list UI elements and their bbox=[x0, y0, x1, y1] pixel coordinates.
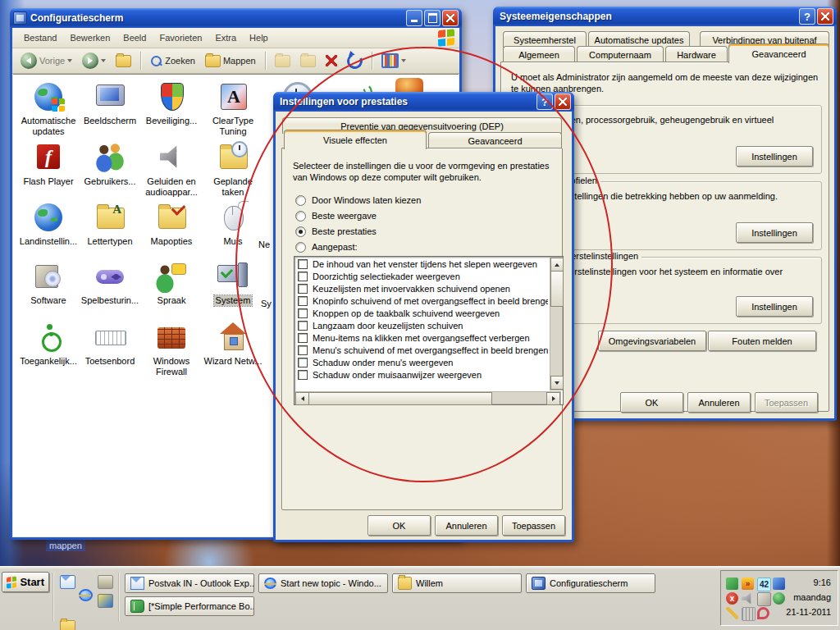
menu-favorieten[interactable]: Favorieten bbox=[153, 30, 208, 45]
cleartype-icon[interactable]: A bbox=[217, 80, 249, 113]
cp-item-windows-firewall[interactable]: Windows Firewall bbox=[141, 321, 202, 377]
scroll-up-button[interactable] bbox=[550, 258, 564, 272]
quicklaunch-media-icon[interactable] bbox=[98, 594, 113, 608]
tray-clock-time[interactable]: 9:16 bbox=[774, 578, 831, 587]
radio-door-windows[interactable] bbox=[295, 195, 306, 206]
tab-hardware[interactable]: Hardware bbox=[665, 46, 728, 63]
software-icon[interactable] bbox=[32, 260, 65, 293]
cp-item-beeldscherm[interactable]: Beeldscherm bbox=[80, 80, 140, 126]
checkbox[interactable] bbox=[298, 333, 308, 343]
folders-button[interactable]: Mappen bbox=[202, 53, 259, 69]
tray-book-icon[interactable] bbox=[726, 578, 738, 590]
tab-automatische-updates[interactable]: Automatische updates bbox=[588, 31, 690, 48]
tray-clock-day[interactable]: maandag bbox=[774, 592, 831, 602]
fouten-melden-button[interactable]: Fouten melden bbox=[708, 331, 816, 351]
forward-button[interactable] bbox=[79, 51, 109, 71]
cp-item-geplande-taken[interactable]: Geplande taken bbox=[203, 141, 263, 198]
close-button[interactable] bbox=[817, 8, 833, 25]
tray-lasso-icon[interactable] bbox=[757, 607, 769, 619]
menu-extra[interactable]: Extra bbox=[208, 30, 243, 45]
toepassen-button[interactable]: Toepassen bbox=[755, 392, 818, 413]
tray-temperature-badge[interactable]: 42 bbox=[757, 578, 771, 591]
tab-systeemherstel[interactable]: Systeemherstel bbox=[503, 31, 587, 48]
cp-item-lettertypen[interactable]: A Lettertypen bbox=[80, 201, 140, 247]
close-button[interactable] bbox=[555, 94, 571, 110]
automatische-updates-icon[interactable] bbox=[32, 80, 65, 113]
annuleren-button[interactable]: Annuleren bbox=[435, 515, 498, 536]
quicklaunch-show-desktop-icon[interactable] bbox=[98, 575, 113, 589]
tray-clock-date[interactable]: 21-11-2011 bbox=[774, 607, 831, 617]
tray-utility-icon[interactable] bbox=[757, 592, 771, 606]
muis-icon[interactable] bbox=[217, 201, 249, 234]
minimize-button[interactable] bbox=[406, 10, 422, 26]
up-button[interactable] bbox=[112, 53, 135, 69]
scroll-down-button[interactable] bbox=[550, 376, 564, 390]
taskbutton-start-new-topic[interactable]: Start new topic - Windo... bbox=[258, 573, 388, 593]
delete-button[interactable] bbox=[322, 53, 340, 68]
menu-help[interactable]: Help bbox=[243, 30, 275, 45]
cp-item-landinstellingen[interactable]: Landinstellin... bbox=[18, 201, 79, 247]
flash-player-icon[interactable]: f bbox=[32, 141, 65, 174]
cp-item-spraak[interactable]: Spraak bbox=[141, 260, 202, 306]
ok-button[interactable]: OK bbox=[368, 515, 431, 536]
desktop-folder-label-mappen[interactable]: mappen bbox=[46, 540, 85, 551]
tray-volume-icon[interactable] bbox=[742, 592, 754, 605]
taskbutton-postvak-in[interactable]: Postvak IN - Outlook Exp... bbox=[125, 573, 254, 593]
menu-beeld[interactable]: Beeld bbox=[116, 30, 153, 45]
radio-label[interactable]: Beste weergave bbox=[312, 210, 377, 221]
checkbox[interactable] bbox=[298, 296, 308, 306]
radio-label[interactable]: Aangepast: bbox=[312, 241, 358, 253]
effect-option[interactable]: Keuzelijsten met invoervakken schuivend … bbox=[294, 282, 548, 294]
cp-item-toetsenbord[interactable]: Toetsenbord bbox=[80, 321, 140, 367]
taskbutton-willem[interactable]: Willem bbox=[392, 573, 522, 593]
scroll-left-button[interactable] bbox=[295, 392, 309, 405]
vertical-scrollbar[interactable] bbox=[550, 257, 563, 390]
partial-icon-label[interactable]: Ne bbox=[258, 240, 270, 249]
cp-item-systeem[interactable]: Systeem bbox=[203, 260, 263, 306]
beveiliging-icon[interactable] bbox=[155, 80, 188, 113]
undo-button[interactable] bbox=[344, 52, 366, 71]
menu-bestand[interactable]: Bestand bbox=[17, 30, 63, 45]
horizontal-scroll-thumb[interactable] bbox=[308, 392, 492, 405]
checkbox[interactable] bbox=[298, 259, 308, 269]
landinstellingen-icon[interactable] bbox=[32, 201, 65, 234]
radio-label[interactable]: Door Windows laten kiezen bbox=[312, 194, 421, 206]
lettertypen-icon[interactable]: A bbox=[94, 201, 126, 234]
cp-item-mapopties[interactable]: Mapopties bbox=[141, 201, 202, 247]
back-dropdown-caret[interactable] bbox=[67, 59, 72, 62]
effect-option[interactable]: Knoppen op de taakbalk schuivend weergev… bbox=[294, 307, 548, 319]
profielen-instellingen-button[interactable]: Instellingen bbox=[736, 222, 813, 243]
back-button[interactable]: Vorige bbox=[17, 51, 75, 71]
sysprops-titlebar[interactable]: Systeemeigenschappen ? bbox=[493, 7, 837, 26]
vertical-scroll-thumb[interactable] bbox=[550, 271, 564, 307]
radio-aangepast[interactable] bbox=[295, 242, 306, 253]
horizontal-scrollbar[interactable] bbox=[294, 391, 561, 404]
effect-option[interactable]: Schaduw onder menu's weergeven bbox=[294, 356, 548, 368]
effect-option[interactable]: Menu's schuivend of met overgangseffect … bbox=[294, 344, 548, 356]
forward-dropdown-caret[interactable] bbox=[101, 59, 106, 62]
quicklaunch-outlook-express-icon[interactable] bbox=[60, 575, 75, 589]
quicklaunch-folder-icon[interactable] bbox=[60, 620, 75, 630]
tab-visuele-effecten[interactable]: Visuele effecten bbox=[284, 130, 427, 149]
wizard-netwerk-icon[interactable] bbox=[217, 321, 249, 354]
views-dropdown-caret[interactable] bbox=[401, 59, 406, 62]
gebruikers-icon[interactable] bbox=[94, 141, 126, 174]
opstart-instellingen-button[interactable]: Instellingen bbox=[736, 296, 813, 317]
search-button[interactable]: Zoeken bbox=[147, 53, 199, 69]
annuleren-button[interactable]: Annuleren bbox=[687, 392, 751, 413]
geplande-taken-icon[interactable] bbox=[217, 141, 249, 174]
tray-chevrons-icon[interactable]: » bbox=[742, 578, 754, 590]
windows-firewall-icon[interactable] bbox=[155, 321, 188, 354]
checkbox[interactable] bbox=[298, 370, 308, 380]
partial-icon-label[interactable]: Sy bbox=[261, 299, 272, 308]
tray-wand-icon[interactable] bbox=[726, 607, 738, 619]
effect-option[interactable]: Schaduw onder muisaanwijzer weergeven bbox=[294, 368, 548, 381]
ok-button[interactable]: OK bbox=[620, 392, 683, 413]
cp-item-geluiden[interactable]: Geluiden en audioappar... bbox=[141, 141, 202, 198]
cp-titlebar[interactable]: Configuratiescherm bbox=[10, 8, 462, 28]
taskbutton-simple-performance[interactable]: [*Simple Performance Bo... bbox=[125, 596, 254, 616]
cp-item-spelbesturingen[interactable]: Spelbesturin... bbox=[80, 260, 140, 306]
copy-to-button[interactable] bbox=[297, 53, 319, 69]
omgevingsvariabelen-button[interactable]: Omgevingsvariabelen bbox=[598, 331, 706, 351]
cp-item-beveiliging[interactable]: Beveiliging... bbox=[141, 80, 202, 126]
